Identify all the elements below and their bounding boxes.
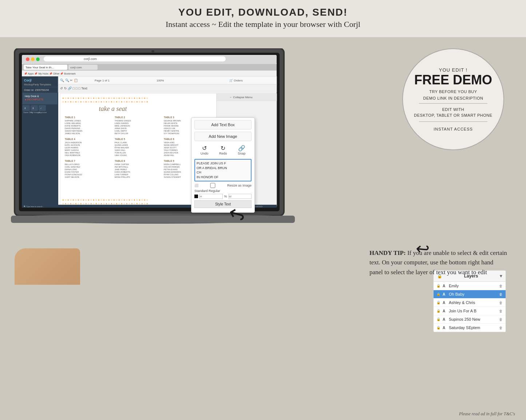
- svg-text:Approve: Approve: [39, 111, 47, 113]
- corjl-action-icons: ↺ Undo ↻ Redo 🔗 Snap: [191, 143, 254, 157]
- main-title: YOU EDIT, DOWNLOAD, SEND!: [0, 7, 526, 18]
- svg-text:CARL SANCHEZ: CARL SANCHEZ: [65, 166, 80, 168]
- layer-trash-icon[interactable]: 🗑: [499, 309, 503, 313]
- svg-text:GRACE LEE: GRACE LEE: [164, 127, 175, 129]
- svg-rect-33: [58, 76, 277, 84]
- width-input[interactable]: [229, 194, 252, 199]
- svg-rect-38: [58, 84, 277, 92]
- svg-text:ADAM HILL: ADAM HILL: [164, 154, 174, 156]
- field-row-2: Standard Regular: [194, 189, 252, 193]
- svg-text:KATIE ROBERTS: KATIE ROBERTS: [65, 125, 81, 127]
- svg-text:ORA ROBINSON: ORA ROBINSON: [65, 154, 80, 156]
- svg-point-4: [26, 57, 29, 61]
- svg-text:KATE JACKSON: KATE JACKSON: [65, 144, 80, 146]
- resize-as-image-checkbox[interactable]: [200, 183, 226, 188]
- svg-text:VERA KING: VERA KING: [164, 141, 175, 144]
- svg-rect-24: [23, 105, 30, 111]
- svg-text:ZARA NGUYEN: ZARA NGUYEN: [164, 152, 178, 154]
- svg-text:QUINN EDWARDS: QUINN EDWARDS: [164, 171, 181, 173]
- sub-title: Instant access ~ Edit the template in yo…: [0, 20, 526, 29]
- svg-text:take a seat: take a seat: [99, 105, 127, 112]
- layer-lock-icon: 🔒: [436, 284, 441, 288]
- svg-text:Page 1 of 1: Page 1 of 1: [95, 79, 110, 82]
- free-demo-circle: YOU EDIT ! FREE DEMO TRY BEFORE YOU BUY …: [402, 48, 504, 150]
- svg-text:TABLE 2: TABLE 2: [115, 116, 125, 119]
- snap-icon: 🔗: [238, 145, 245, 152]
- instant-access-label: INSTANT ACCESS: [434, 127, 473, 131]
- svg-text:OSCAR PARKER: OSCAR PARKER: [164, 166, 179, 168]
- divider-1: [419, 103, 488, 104]
- undo-control[interactable]: ↺ Undo: [201, 145, 209, 155]
- svg-text:YALE TORRES: YALE TORRES: [164, 149, 178, 151]
- layer-lock-icon: 🔒: [436, 292, 441, 296]
- svg-text:RYAN COLLINS: RYAN COLLINS: [164, 173, 178, 176]
- svg-text:corjl.com: corjl.com: [70, 66, 82, 69]
- color-swatch[interactable]: [194, 195, 198, 198]
- svg-text:✓: ✓: [40, 107, 42, 109]
- layer-trash-icon[interactable]: 🗑: [499, 326, 503, 330]
- redo-control[interactable]: ↻ Redo: [219, 145, 227, 155]
- svg-text:LIAM TURNER: LIAM TURNER: [115, 173, 128, 176]
- snap-control[interactable]: 🔗 Snap: [238, 145, 245, 155]
- svg-text:DAVID PERKINS: DAVID PERKINS: [65, 127, 80, 129]
- handy-tip: HANDY TIP: If you are unable to select &…: [369, 248, 508, 277]
- svg-text:✦✧✦✧✦✧✦✧✦✧✦✧✦✧✦✧✦✧✦✧✦✧✦✧✦✧✦✧✦✧: ✦✧✦✧✦✧✦✧✦✧✦✧✦✧✦✧✦✧✦✧✦✧✦✧✦✧✦✧✦✧✦✧✦✧: [62, 97, 149, 100]
- layer-item-supinos[interactable]: 🔒 A Supinos 250 New 🗑: [434, 315, 506, 324]
- svg-text:RYAN WALKER: RYAN WALKER: [115, 147, 129, 149]
- layer-lock-icon: 🔒: [436, 326, 441, 329]
- undo-icon: ↺: [202, 145, 207, 152]
- layer-trash-icon[interactable]: 🗑: [499, 284, 503, 288]
- main-area: corjl.com Take Your Seat in th... corjl.…: [0, 37, 526, 420]
- layer-item-oh-baby[interactable]: 🔒 A Oh Baby 🗑: [434, 290, 506, 299]
- svg-rect-25: [31, 105, 38, 111]
- svg-text:INA MITCHELL: INA MITCHELL: [115, 166, 128, 168]
- svg-text:EVAN FOSTER: EVAN FOSTER: [65, 171, 79, 173]
- svg-text:⬇: ⬇: [32, 107, 34, 109]
- text-preview: PLEASE JOIN US FOR A BRIDAL BRUNCHIN HON…: [194, 159, 252, 181]
- add-new-image-button[interactable]: Add New Image: [194, 132, 252, 141]
- svg-text:SARA HALL: SARA HALL: [115, 149, 126, 151]
- svg-rect-7: [44, 56, 226, 61]
- hand-decoration: [15, 248, 80, 285]
- layer-lock-icon: 🔒: [436, 317, 441, 321]
- svg-text:TABLE 6: TABLE 6: [164, 138, 174, 140]
- layer-trash-icon[interactable]: 🗑: [499, 301, 503, 305]
- svg-text:↺ ↻ 🔗  □ □ □  Text: ↺ ↻ 🔗 □ □ □ Text: [60, 86, 87, 91]
- layer-trash-icon[interactable]: 🗑: [499, 292, 503, 296]
- edit-with-label: EDIT WITH DESKTOP, TABLET OR SMART PHONE: [414, 107, 492, 119]
- svg-text:THOMAS GREEN: THOMAS GREEN: [115, 120, 131, 122]
- svg-text:QUINN LEWIS: QUINN LEWIS: [115, 144, 128, 146]
- svg-text:SAPHIRE JONES: SAPHIRE JONES: [65, 120, 81, 122]
- you-edit-label: YOU EDIT !: [439, 67, 467, 73]
- svg-text:FIONA GONZALEZ: FIONA GONZALEZ: [65, 173, 82, 176]
- layer-item-join-us[interactable]: 🔒 A Join Us For A B 🗑: [434, 307, 506, 315]
- add-text-box-button[interactable]: Add Text Box: [194, 120, 252, 129]
- svg-text:PETRA EVANS: PETRA EVANS: [164, 168, 178, 171]
- svg-point-117: [151, 50, 154, 52]
- svg-text:NORA CAMPBELL: NORA CAMPBELL: [164, 163, 181, 165]
- svg-text:HELEN WHITE: HELEN WHITE: [164, 122, 178, 124]
- svg-rect-26: [39, 105, 46, 111]
- svg-text:TABLE 7: TABLE 7: [65, 160, 75, 162]
- svg-text:ANNA DAVIS: ANNA DAVIS: [115, 127, 127, 129]
- svg-point-6: [36, 57, 40, 61]
- field-row-3: %: [194, 194, 252, 199]
- svg-text:⬇: ⬇: [24, 107, 26, 109]
- layer-item-saturday[interactable]: 🔒 A Saturday SEptem 🗑: [434, 324, 506, 332]
- height-input[interactable]: [199, 194, 223, 199]
- svg-text:NEIL MARTINEZ: NEIL MARTINEZ: [65, 152, 80, 154]
- svg-text:MockupParty Templates: MockupParty Templates: [24, 83, 51, 86]
- svg-text:← Collapse Menu: ← Collapse Menu: [229, 96, 253, 99]
- svg-text:TABLE 5: TABLE 5: [115, 138, 125, 140]
- layer-item-emily[interactable]: 🔒 A Emily 🗑: [434, 282, 506, 290]
- svg-text:XENA SCOTT: XENA SCOTT: [164, 147, 177, 149]
- svg-text:Take Your Seat in th...: Take Your Seat in th...: [25, 66, 54, 69]
- svg-rect-116: [11, 216, 295, 223]
- svg-text:PAUL CLARK: PAUL CLARK: [115, 141, 127, 144]
- svg-text:GARY NELSON: GARY NELSON: [65, 176, 79, 178]
- layer-item-ashley-chris[interactable]: 🔒 A Ashley & Chris 🗑: [434, 299, 506, 307]
- handy-tip-label: HANDY TIP:: [369, 249, 406, 256]
- try-before-label: TRY BEFORE YOU BUY: [429, 89, 477, 94]
- svg-text:🔍 Type here to search...: 🔍 Type here to search...: [24, 205, 44, 208]
- layer-trash-icon[interactable]: 🗑: [499, 317, 503, 321]
